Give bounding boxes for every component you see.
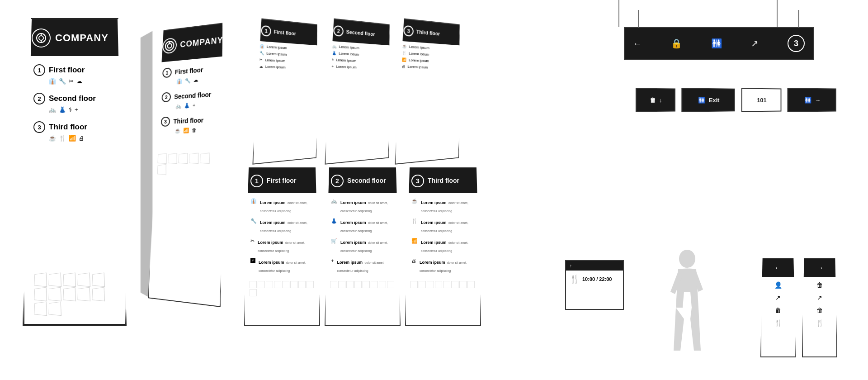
svg-point-5 [167,43,172,48]
small-signs-row: 🗑 ↓ 🚻 Exit 101 🚻 → [636,88,837,112]
hours-body: 🍴 10:00 / 22:00 [566,271,623,288]
hours-food-icon: 🍴 [570,274,580,284]
slim-right-icon-2: ↗ [817,294,822,301]
logo-circle [32,28,51,48]
panel-bot-3-header: 3 Third floor [406,168,480,193]
hours-header: ↑ [566,261,623,271]
slim-right-icon-3: 🗑 [816,307,823,314]
slim-left-icon-4: 🍴 [774,319,782,327]
rect-sign-restroom-icon: 🚻 [804,96,811,103]
floor-item-1: 1 First floor 👔 🔧 ✂ ☁ [33,64,116,85]
svg-point-1 [39,36,43,40]
slim-totem-right-body: 🗑 ↗ 🗑 🍴 [803,277,836,356]
totem-3d-company: COMPANY [180,35,223,50]
rect-sign-room-number: 101 [757,96,766,103]
rect-sign-down: 🗑 ↓ [636,88,675,112]
company-name: COMPANY [55,32,108,44]
totem-3d-face: COMPANY 1 First floor 👔🔧☁ 2 Second floor… [148,22,230,307]
slim-totem-left-arrow: ← [774,263,782,273]
rect-sign-trash-icon: 🗑 [650,96,656,103]
rect-sign-101: 101 [741,88,782,112]
panel-bot-floor-2: 2 Second floor 🚲 Lorem ipsum dolor sit a… [325,167,401,326]
hours-up-arrow: ↑ [570,263,572,268]
totem-3d-logo [162,38,177,54]
ceiling-wire-right [618,0,619,27]
totem-3d-deco [153,148,225,180]
floor-icons-3: ☕ 🍴 📶 🖨 [33,135,116,142]
slim-totem-left-header: ← [761,259,795,277]
hours-time: 10:00 / 22:00 [582,276,612,282]
slim-right-icon-1: 🗑 [816,281,823,289]
totem-body: 1 First floor 👔 🔧 ✂ ☁ 2 Second floor 🚲 [24,56,125,269]
panel-top-3-body: ☕Lorem ipsum 🍴Lorem ipsum 📶Lorem ipsum 🖨… [398,41,463,73]
floor-name-1: First floor [49,66,85,75]
floor-item-2: 2 Second floor 🚲 👗 ⚕ + [33,93,116,113]
rect-sign-right-arrow: → [815,97,821,104]
hanging-escalator-icon: ↗ [751,38,759,49]
panel-top-floor-3: 3 Third floor ☕Lorem ipsum 🍴Lorem ipsum … [395,18,464,165]
rect-sign-exit-label: Exit [709,97,719,104]
rect-sign-exit-icon: 🚻 [698,96,705,103]
panel-bot-2-body: 🚲 Lorem ipsum dolor sit amet, consectetu… [326,193,400,278]
hanging-lock-icon: 🔒 [671,38,682,49]
rect-sign-exit: 🚻 Exit [681,88,735,112]
floor-icons-1: 👔 🔧 ✂ ☁ [33,78,116,85]
decorative-boxes [24,269,125,324]
totem-header: COMPANY [24,20,125,56]
slim-left-icon-1: 👤 [774,281,782,289]
floor-name-2: Second floor [49,94,96,103]
panel-bot-3-deco [406,278,480,291]
slim-totem-left: ← 👤 ↗ 🗑 🍴 [760,258,796,357]
rect-sign-restroom-right: 🚻 → [788,88,836,112]
panel-top-1-body: 👔Lorem ipsum 🔧Lorem ipsum ✂Lorem ipsum ☁… [255,41,321,73]
panel-bot-2-header: 2 Second floor [326,168,400,193]
floor-name-3: Third floor [49,123,87,132]
person-silhouette [667,249,708,353]
floor-num-1: 1 [33,64,45,76]
slim-right-icon-4: 🍴 [816,319,824,327]
panel-bot-1-body: 👔 Lorem ipsum dolor sit amet, consectetu… [245,193,319,278]
slim-totem-left-body: 👤 ↗ 🗑 🍴 [761,277,795,356]
panel-bot-1-deco [245,278,319,299]
panel-bot-2-deco [326,278,400,291]
totem-3d-floor-1: 1 First floor 👔🔧☁ [162,63,221,86]
slim-totem-right-header: → [803,259,836,277]
totem-3d-body: 1 First floor 👔🔧☁ 2 Second floor 🚲👗+ [154,56,228,140]
ceiling-wire-left [777,0,778,27]
panel-top-2-body: 🚲Lorem ipsum 👗Lorem ipsum ⚕Lorem ipsum +… [328,41,393,73]
slim-left-icon-3: 🗑 [775,307,781,314]
floor-icons-2: 🚲 👗 ⚕ + [33,106,116,113]
floor-num-2: 2 [33,93,45,104]
floor-num-3: 3 [33,121,45,133]
panel-bot-3-body: ☕ Lorem ipsum dolor sit amet, consectetu… [406,193,480,278]
svg-point-7 [679,250,695,268]
hanging-restroom-icon: 🚻 [711,38,722,49]
floor-item-3: 3 Third floor ☕ 🍴 📶 🖨 [33,121,116,142]
angled-totem: COMPANY 1 First floor 👔🔧☁ 2 Second floor… [140,27,231,308]
rect-sign-down-arrow: ↓ [659,97,662,104]
hanging-arrow-left: ← [633,38,642,49]
main-totem: COMPANY 1 First floor 👔 🔧 ✂ ☁ 2 Second f… [23,18,127,326]
slim-left-icon-2: ↗ [775,294,781,301]
totem-3d-floor-3: 3 Third floor ☕📶🗑 [160,114,219,134]
slim-totem-right-arrow: → [816,263,824,273]
hanging-floor-number: 3 [788,35,805,52]
panel-top-floor-1: 1 First floor 👔Lorem ipsum 🔧Lorem ipsum … [252,18,322,165]
panel-bot-1-header: 1 First floor [245,168,319,193]
panel-bot-floor-1: 1 First floor 👔 Lorem ipsum dolor sit am… [244,167,320,326]
slim-totem-group: ← 👤 ↗ 🗑 🍴 → 🗑 ↗ 🗑 🍴 [760,258,837,357]
panel-bot-floor-3: 3 Third floor ☕ Lorem ipsum dolor sit am… [405,167,481,326]
hours-sign: ↑ 🍴 10:00 / 22:00 [565,260,624,310]
totem-3d-floor-2: 2 Second floor 🚲👗+ [161,89,220,110]
hanging-overhead-sign: ← 🔒 🚻 ↗ 3 [624,27,814,60]
slim-totem-right: → 🗑 ↗ 🗑 🍴 [802,258,837,357]
panel-top-floor-2: 2 Second floor 🚲Lorem ipsum 👗Lorem ipsum… [325,18,394,165]
